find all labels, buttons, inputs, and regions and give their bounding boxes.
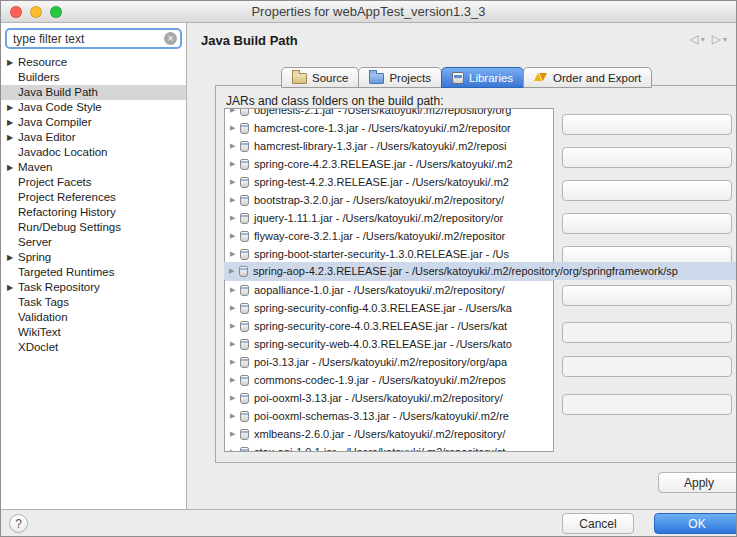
disclosure-triangle-icon[interactable] bbox=[230, 214, 240, 222]
jar-icon bbox=[240, 213, 249, 224]
jar-row[interactable]: poi-3.13.jar - /Users/katoyuki/.m2/repos… bbox=[225, 353, 553, 371]
selected-jar-row[interactable]: spring-aop-4.2.3.RELEASE.jar - /Users/ka… bbox=[224, 262, 737, 280]
disclosure-triangle-icon[interactable] bbox=[7, 160, 18, 175]
sidebar-item[interactable]: Java Editor bbox=[1, 130, 186, 145]
sidebar-item[interactable]: Run/Debug Settings bbox=[1, 220, 186, 235]
sidebar-item[interactable]: Refactoring History bbox=[1, 205, 186, 220]
disclosure-triangle-icon[interactable] bbox=[229, 267, 239, 275]
action-button[interactable] bbox=[562, 180, 732, 201]
sidebar-item[interactable]: Spring bbox=[1, 250, 186, 265]
jar-row[interactable]: commons-codec-1.9.jar - /Users/katoyuki/… bbox=[225, 371, 553, 389]
zoom-button[interactable] bbox=[50, 6, 62, 18]
sidebar-item-label: Javadoc Location bbox=[18, 145, 108, 160]
disclosure-triangle-icon[interactable] bbox=[230, 358, 240, 366]
jar-row[interactable]: bootstrap-3.2.0.jar - /Users/katoyuki/.m… bbox=[225, 191, 553, 209]
disclosure-triangle-icon[interactable] bbox=[230, 178, 240, 186]
disclosure-triangle-icon[interactable] bbox=[230, 412, 240, 420]
filter-input[interactable] bbox=[5, 28, 182, 49]
action-button[interactable] bbox=[562, 322, 732, 343]
tab[interactable]: Order and Export bbox=[523, 67, 652, 88]
sidebar-item[interactable]: Java Build Path bbox=[1, 85, 186, 100]
jar-row[interactable]: spring-security-config-4.0.3.RELEASE.jar… bbox=[225, 299, 553, 317]
sidebar-item[interactable]: Task Repository bbox=[1, 280, 186, 295]
clear-filter-icon[interactable]: × bbox=[164, 32, 177, 45]
disclosure-triangle-icon[interactable] bbox=[230, 430, 240, 438]
action-button[interactable] bbox=[562, 285, 732, 306]
forward-icon[interactable]: ▷ bbox=[712, 32, 721, 46]
jar-row[interactable]: hamcrest-core-1.3.jar - /Users/katoyuki/… bbox=[225, 119, 553, 137]
sidebar-item[interactable]: Builders bbox=[1, 70, 186, 85]
jar-row[interactable]: spring-core-4.2.3.RELEASE.jar - /Users/k… bbox=[225, 155, 553, 173]
disclosure-triangle-icon[interactable] bbox=[230, 142, 240, 150]
disclosure-triangle-icon[interactable] bbox=[230, 340, 240, 348]
help-button[interactable]: ? bbox=[9, 514, 28, 533]
disclosure-triangle-icon[interactable] bbox=[230, 376, 240, 384]
jar-row[interactable]: spring-security-core-4.0.3.RELEASE.jar -… bbox=[225, 317, 553, 335]
disclosure-triangle-icon[interactable] bbox=[230, 232, 240, 240]
jar-row[interactable]: spring-test-4.2.3.RELEASE.jar - /Users/k… bbox=[225, 173, 553, 191]
disclosure-triangle-icon[interactable] bbox=[230, 394, 240, 402]
back-icon[interactable]: ◁ bbox=[690, 32, 699, 46]
jar-row-label: bootstrap-3.2.0.jar - /Users/katoyuki/.m… bbox=[254, 194, 504, 206]
jar-row[interactable]: aopalliance-1.0.jar - /Users/katoyuki/.m… bbox=[225, 281, 553, 299]
jar-row[interactable]: spring-security-web-4.0.3.RELEASE.jar - … bbox=[225, 335, 553, 353]
jar-row[interactable]: poi-ooxml-3.13.jar - /Users/katoyuki/.m2… bbox=[225, 389, 553, 407]
sidebar-item[interactable]: Project Facets bbox=[1, 175, 186, 190]
minimize-button[interactable] bbox=[30, 6, 42, 18]
jar-row[interactable]: jquery-1.11.1.jar - /Users/katoyuki/.m2/… bbox=[225, 209, 553, 227]
sidebar-item[interactable]: Javadoc Location bbox=[1, 145, 186, 160]
jar-row[interactable]: flyway-core-3.2.1.jar - /Users/katoyuki/… bbox=[225, 227, 553, 245]
apply-button[interactable]: Apply bbox=[658, 472, 737, 493]
sidebar-item[interactable]: Validation bbox=[1, 310, 186, 325]
disclosure-triangle-icon[interactable] bbox=[7, 130, 18, 145]
sidebar-item[interactable]: Java Code Style bbox=[1, 100, 186, 115]
sidebar-item[interactable]: Java Compiler bbox=[1, 115, 186, 130]
close-button[interactable] bbox=[10, 6, 22, 18]
jar-row[interactable]: objenesis-2.1.jar - /Users/katoyuki/.m2/… bbox=[225, 108, 553, 119]
tab[interactable]: Source bbox=[281, 67, 359, 88]
action-button[interactable] bbox=[562, 213, 732, 234]
filter-box: × bbox=[5, 28, 182, 49]
disclosure-triangle-icon[interactable] bbox=[230, 124, 240, 132]
tab[interactable]: Libraries bbox=[441, 67, 524, 88]
action-button[interactable] bbox=[562, 147, 732, 168]
action-button[interactable] bbox=[562, 394, 732, 415]
forward-dropdown-icon[interactable]: ▾ bbox=[723, 35, 727, 44]
action-button[interactable] bbox=[562, 114, 732, 135]
jar-row-label: spring-security-core-4.0.3.RELEASE.jar -… bbox=[254, 320, 507, 332]
disclosure-triangle-icon[interactable] bbox=[7, 55, 18, 70]
disclosure-triangle-icon[interactable] bbox=[230, 108, 240, 114]
jar-icon bbox=[240, 177, 249, 188]
disclosure-triangle-icon[interactable] bbox=[230, 196, 240, 204]
sidebar-item[interactable]: WikiText bbox=[1, 325, 186, 340]
ok-button[interactable]: OK bbox=[654, 513, 737, 534]
action-button[interactable] bbox=[562, 356, 732, 377]
jar-row[interactable]: spring-boot-starter-security-1.3.0.RELEA… bbox=[225, 245, 553, 263]
disclosure-triangle-icon[interactable] bbox=[230, 448, 240, 452]
sidebar-item[interactable]: Project References bbox=[1, 190, 186, 205]
jar-row-label: spring-security-web-4.0.3.RELEASE.jar - … bbox=[254, 338, 512, 350]
disclosure-triangle-icon[interactable] bbox=[7, 100, 18, 115]
sidebar-item[interactable]: Maven bbox=[1, 160, 186, 175]
disclosure-triangle-icon[interactable] bbox=[230, 322, 240, 330]
jar-row[interactable]: stax-api-1.0.1.jar - /Users/katoyuki/.m2… bbox=[225, 443, 553, 452]
sidebar-item[interactable]: Targeted Runtimes bbox=[1, 265, 186, 280]
sidebar-item[interactable]: Resource bbox=[1, 55, 186, 70]
sidebar-item[interactable]: XDoclet bbox=[1, 340, 186, 355]
jar-row[interactable]: poi-ooxml-schemas-3.13.jar - /Users/kato… bbox=[225, 407, 553, 425]
disclosure-triangle-icon[interactable] bbox=[230, 250, 240, 258]
disclosure-triangle-icon[interactable] bbox=[7, 280, 18, 295]
jar-row[interactable]: hamcrest-library-1.3.jar - /Users/katoyu… bbox=[225, 137, 553, 155]
disclosure-triangle-icon[interactable] bbox=[230, 304, 240, 312]
disclosure-triangle-icon[interactable] bbox=[230, 160, 240, 168]
back-dropdown-icon[interactable]: ▾ bbox=[701, 35, 705, 44]
jar-list[interactable]: objenesis-2.1.jar - /Users/katoyuki/.m2/… bbox=[224, 108, 554, 452]
tab[interactable]: Projects bbox=[358, 67, 442, 88]
cancel-button[interactable]: Cancel bbox=[562, 513, 634, 534]
disclosure-triangle-icon[interactable] bbox=[230, 286, 240, 294]
sidebar-item[interactable]: Server bbox=[1, 235, 186, 250]
jar-row[interactable]: xmlbeans-2.6.0.jar - /Users/katoyuki/.m2… bbox=[225, 425, 553, 443]
sidebar-item[interactable]: Task Tags bbox=[1, 295, 186, 310]
disclosure-triangle-icon[interactable] bbox=[7, 250, 18, 265]
disclosure-triangle-icon[interactable] bbox=[7, 115, 18, 130]
